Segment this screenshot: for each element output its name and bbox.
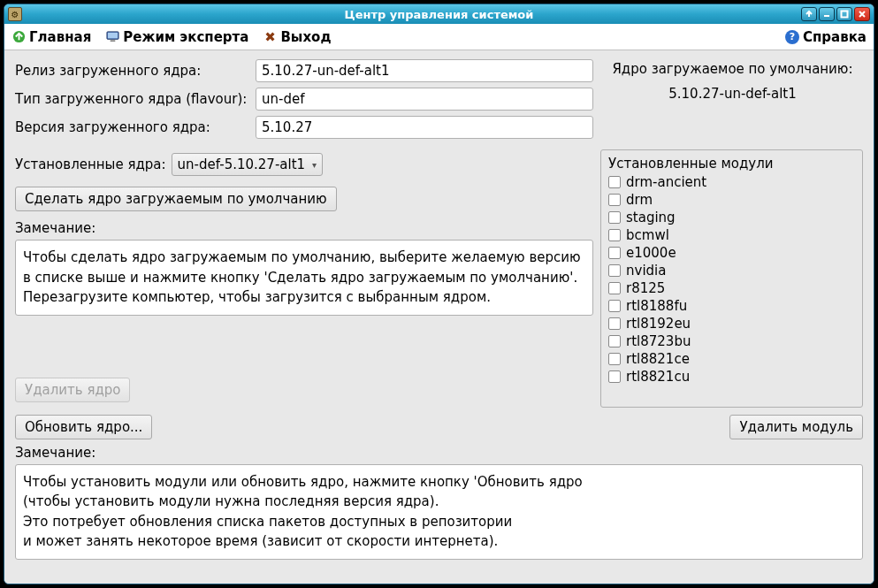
flavour-field[interactable]: un-def bbox=[256, 88, 593, 111]
window-maximize-button[interactable] bbox=[836, 7, 852, 21]
module-checkbox[interactable] bbox=[608, 194, 621, 206]
toolbar-expert-label: Режим эксперта bbox=[123, 29, 248, 45]
module-item[interactable]: nvidia bbox=[605, 262, 859, 279]
version-label: Версия загруженного ядра: bbox=[15, 119, 250, 135]
installed-kernels-selected: un-def-5.10.27-alt1 bbox=[178, 157, 306, 172]
toolbar-expert[interactable]: Режим эксперта bbox=[105, 29, 248, 45]
modules-list[interactable]: drm-ancientdrmstagingbcmwle1000envidiar8… bbox=[605, 173, 859, 403]
exit-icon: ✖ bbox=[263, 30, 277, 44]
modules-groupbox: Установленные модули drm-ancientdrmstagi… bbox=[600, 149, 863, 408]
version-field[interactable]: 5.10.27 bbox=[256, 116, 593, 139]
module-item[interactable]: r8125 bbox=[605, 279, 859, 297]
svg-rect-3 bbox=[108, 33, 118, 39]
module-label: e1000e bbox=[626, 245, 676, 261]
module-label: r8125 bbox=[626, 280, 665, 296]
module-item[interactable]: drm-ancient bbox=[605, 173, 859, 191]
module-item[interactable]: drm bbox=[605, 191, 859, 209]
home-icon bbox=[11, 30, 26, 44]
titlebar[interactable]: ⚙ Центр управления системой bbox=[4, 4, 874, 24]
module-label: drm-ancient bbox=[626, 174, 706, 190]
module-item[interactable]: rtl8723bu bbox=[605, 332, 859, 350]
svg-rect-0 bbox=[842, 11, 848, 18]
module-item[interactable]: rtl8821cu bbox=[605, 368, 859, 386]
window-minimize-button[interactable] bbox=[819, 7, 835, 21]
module-checkbox[interactable] bbox=[608, 335, 621, 347]
module-item[interactable]: bcmwl bbox=[605, 226, 859, 244]
module-label: rtl8821cu bbox=[626, 369, 690, 385]
module-item[interactable]: e1000e bbox=[605, 244, 859, 262]
content-area: Релиз загруженного ядра: 5.10.27-un-def-… bbox=[4, 50, 874, 584]
module-item[interactable]: rtl8821ce bbox=[605, 350, 859, 368]
flavour-label: Тип загруженного ядра (flavour): bbox=[15, 91, 250, 107]
note1-label: Замечание: bbox=[15, 220, 593, 236]
remove-module-button[interactable]: Удалить модуль bbox=[729, 415, 863, 439]
default-kernel-heading: Ядро загружаемое по умолчанию: bbox=[602, 61, 863, 77]
window-close-button[interactable] bbox=[854, 7, 870, 21]
make-default-button[interactable]: Сделать ядро загружаемым по умолчанию bbox=[15, 187, 337, 211]
toolbar: Главная Режим эксперта ✖ Выход ? Справка bbox=[4, 24, 874, 50]
note2-box: Чтобы установить модули или обновить ядр… bbox=[15, 464, 863, 560]
toolbar-help-label: Справка bbox=[803, 29, 867, 45]
update-kernel-button[interactable]: Обновить ядро... bbox=[15, 415, 152, 439]
toolbar-home[interactable]: Главная bbox=[11, 29, 91, 45]
note2-label: Замечание: bbox=[15, 445, 863, 461]
module-label: rtl8723bu bbox=[626, 333, 691, 349]
module-item[interactable]: staging bbox=[605, 209, 859, 226]
module-checkbox[interactable] bbox=[608, 317, 621, 330]
release-label: Релиз загруженного ядра: bbox=[15, 63, 250, 79]
module-label: bcmwl bbox=[626, 227, 669, 243]
remove-kernel-button: Удалить ядро bbox=[15, 378, 130, 402]
module-checkbox[interactable] bbox=[608, 300, 621, 312]
module-label: rtl8188fu bbox=[626, 298, 687, 314]
note1-box: Чтобы сделать ядро загружаемым по умолча… bbox=[15, 240, 593, 316]
window-rollup-button[interactable] bbox=[801, 7, 817, 21]
module-label: drm bbox=[626, 192, 653, 208]
module-label: nvidia bbox=[626, 263, 666, 279]
installed-kernels-combobox[interactable]: un-def-5.10.27-alt1 bbox=[172, 153, 324, 176]
module-checkbox[interactable] bbox=[608, 211, 621, 224]
module-checkbox[interactable] bbox=[608, 370, 621, 383]
module-checkbox[interactable] bbox=[608, 264, 621, 277]
svg-rect-4 bbox=[110, 40, 115, 42]
module-checkbox[interactable] bbox=[608, 247, 621, 259]
toolbar-exit-label: Выход bbox=[280, 29, 331, 45]
module-checkbox[interactable] bbox=[608, 229, 621, 241]
toolbar-help[interactable]: ? Справка bbox=[785, 29, 867, 45]
modules-title: Установленные модули bbox=[605, 156, 859, 173]
toolbar-home-label: Главная bbox=[29, 29, 91, 45]
toolbar-exit[interactable]: ✖ Выход bbox=[263, 29, 331, 45]
main-window: ⚙ Центр управления системой Главная Режи… bbox=[4, 4, 874, 584]
module-checkbox[interactable] bbox=[608, 353, 621, 365]
release-field[interactable]: 5.10.27-un-def-alt1 bbox=[256, 59, 593, 82]
monitor-icon bbox=[105, 30, 119, 44]
module-checkbox[interactable] bbox=[608, 282, 621, 294]
module-item[interactable]: rtl8192eu bbox=[605, 315, 859, 332]
module-checkbox[interactable] bbox=[608, 176, 621, 188]
module-label: rtl8821ce bbox=[626, 351, 690, 367]
module-item[interactable]: rtl8188fu bbox=[605, 297, 859, 315]
installed-kernels-label: Установленные ядра: bbox=[15, 157, 166, 172]
help-icon: ? bbox=[785, 30, 799, 44]
app-icon: ⚙ bbox=[8, 7, 22, 21]
module-label: rtl8192eu bbox=[626, 316, 691, 332]
module-label: staging bbox=[626, 210, 676, 225]
default-kernel-value: 5.10.27-un-def-alt1 bbox=[602, 86, 863, 102]
window-title: Центр управления системой bbox=[4, 8, 874, 21]
